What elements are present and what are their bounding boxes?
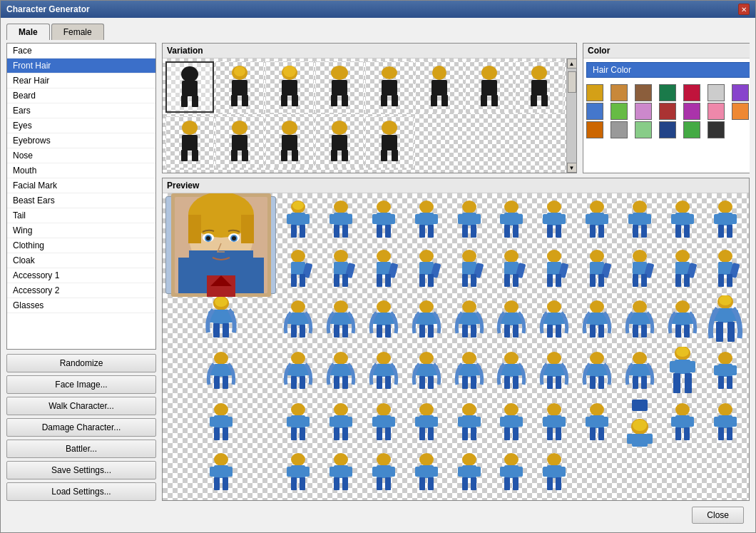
svg-rect-420 [287,467,292,477]
category-mouth[interactable]: Mouth [7,163,155,178]
variation-header: Variation [163,44,576,59]
svg-rect-74 [287,214,292,224]
svg-rect-363 [385,427,391,440]
category-tail[interactable]: Tail [7,208,155,223]
category-wing[interactable]: Wing [7,223,155,238]
svg-rect-277 [291,376,297,389]
preview-sprite-svg-r1c3 [368,200,399,240]
category-nose[interactable]: Nose [7,148,155,163]
category-beard[interactable]: Beard [7,88,155,103]
preview-sprite-svg-r1c7 [538,200,570,240]
svg-rect-435 [385,477,391,490]
variation-sprite-8[interactable] [165,116,214,168]
variation-sprite-5[interactable] [415,61,464,113]
svg-point-406 [718,403,732,416]
color-swatch-6[interactable] [732,84,749,101]
category-accessory1[interactable]: Accessory 1 [7,268,155,283]
category-face[interactable]: Face [7,44,155,59]
variation-sprite-7[interactable] [515,61,563,113]
svg-rect-116 [586,214,591,224]
color-swatch-12[interactable] [683,103,700,120]
color-swatch-1[interactable] [611,84,628,101]
category-eyebrows[interactable]: Eyebrows [7,133,155,148]
svg-rect-43 [282,135,297,151]
walk-character-button[interactable]: Walk Character... [6,397,156,415]
load-settings-button[interactable]: Load Settings... [6,482,156,501]
variation-sprite-11[interactable] [315,116,364,168]
color-swatch-18[interactable] [635,121,652,138]
save-settings-button[interactable]: Save Settings... [6,461,156,479]
preview-sprite-svg-r5c9 [538,403,570,443]
preview-sprite-r5c9 [533,398,575,448]
variation-sprite-1[interactable] [215,61,264,113]
variation-sprite-9[interactable] [215,116,264,168]
variation-sprite-12[interactable] [365,116,414,168]
battler-button[interactable]: Battler... [6,440,156,458]
color-swatch-2[interactable] [635,84,652,101]
svg-rect-59 [246,258,264,293]
svg-rect-335 [718,364,732,377]
svg-point-14 [331,66,348,80]
svg-rect-343 [227,417,233,427]
svg-rect-359 [377,415,391,428]
face-image-button[interactable]: Face Image... [6,375,156,394]
svg-rect-231 [504,313,519,325]
variation-sprite-3[interactable] [315,61,364,113]
variation-sprite-2[interactable] [265,61,314,113]
category-ears[interactable]: Ears [7,103,155,118]
svg-rect-216 [377,325,382,337]
preview-sprite-r4c9 [576,347,618,397]
category-eyes[interactable]: Eyes [7,118,155,133]
category-cloak[interactable]: Cloak [7,253,155,268]
color-swatch-4[interactable] [683,84,700,101]
category-clothing[interactable]: Clothing [7,238,155,253]
variation-sprite-6[interactable] [465,61,514,113]
color-swatch-13[interactable] [708,103,725,120]
color-swatch-20[interactable] [683,121,700,138]
svg-point-22 [432,66,446,80]
preview-sprite-svg-r6c10 [538,453,570,493]
variation-sprite-4[interactable] [365,61,414,113]
scrollbar-thumb[interactable] [568,71,576,93]
color-swatch-16[interactable] [586,121,603,138]
category-rear-hair[interactable]: Rear Hair [7,73,155,88]
variation-sprite-selected[interactable] [165,61,214,113]
action-buttons: Randomize Face Image... Walk Character..… [6,354,156,501]
close-button[interactable]: Close [692,507,744,524]
color-swatch-17[interactable] [611,121,628,138]
preview-sprite-svg-r4c8 [538,352,570,392]
tab-male[interactable]: Male [6,24,50,40]
variation-scrollbar[interactable]: ▲ ▼ [566,59,576,173]
svg-rect-253 [641,325,647,337]
color-swatch-3[interactable] [659,84,676,101]
category-beast-ears[interactable]: Beast Ears [7,193,155,208]
color-swatch-10[interactable] [635,103,652,120]
svg-rect-393 [598,427,604,440]
preview-sprite-r5c10 [576,398,618,448]
category-facial-mark[interactable]: Facial Mark [7,178,155,193]
color-swatch-9[interactable] [611,103,628,120]
svg-rect-247 [598,325,604,337]
color-swatch-5[interactable] [708,84,725,101]
damage-character-button[interactable]: Damage Character... [6,418,156,437]
color-swatch-21[interactable] [708,121,725,138]
color-swatch-11[interactable] [659,103,676,120]
category-front-hair[interactable]: Front Hair [7,59,155,73]
color-swatch-19[interactable] [659,121,676,138]
randomize-button[interactable]: Randomize [6,354,156,372]
scrollbar-down-btn[interactable]: ▼ [567,163,577,173]
hair-color-label[interactable]: Hair Color [586,62,750,78]
category-accessory2[interactable]: Accessory 2 [7,283,155,298]
category-glasses[interactable]: Glasses [7,298,155,313]
scrollbar-up-btn[interactable]: ▲ [567,59,577,68]
color-swatch-8[interactable] [586,103,603,120]
window-close-icon[interactable]: ✕ [738,4,750,15]
color-swatch-0[interactable] [586,84,603,101]
svg-point-400 [675,403,690,416]
color-swatch-14[interactable] [732,103,749,120]
variation-sprite-10[interactable] [265,116,314,168]
svg-point-132 [718,200,732,213]
svg-rect-289 [377,376,382,389]
tab-female[interactable]: Female [51,24,104,40]
preview-sprite-r4c5 [406,347,447,397]
